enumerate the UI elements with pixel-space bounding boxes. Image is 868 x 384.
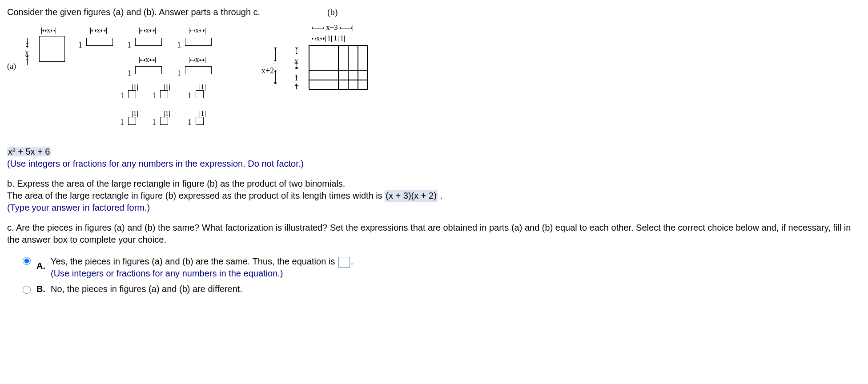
tile-1 bbox=[160, 90, 168, 98]
figure-b-rectangle bbox=[309, 45, 367, 89]
answer-b-value: (x + 3)(x + 2) bbox=[385, 190, 437, 202]
choice-b-radio[interactable] bbox=[23, 286, 31, 294]
figure-a: (a) x x x 1 x 1 x 1 x 1 x 1 1 1 bbox=[7, 21, 256, 136]
tile-1x bbox=[135, 38, 162, 46]
tile-1 bbox=[128, 117, 136, 125]
tile-1x bbox=[185, 38, 212, 46]
dim-label: 1 bbox=[334, 34, 338, 42]
choice-a-radio[interactable] bbox=[23, 257, 31, 265]
dim-label: 1 bbox=[120, 117, 124, 128]
tile-1 bbox=[196, 117, 204, 125]
choice-a-hint: (Use integers or fractions for any numbe… bbox=[51, 268, 353, 280]
choice-a-text: Yes, the pieces in figures (a) and (b) a… bbox=[51, 256, 338, 266]
tile-1 bbox=[196, 90, 204, 98]
tile-1 bbox=[160, 117, 168, 125]
dim-label: 1 bbox=[127, 68, 131, 79]
tile-1x bbox=[135, 66, 162, 74]
dim-label: 1 bbox=[177, 68, 181, 79]
dim-label: x+2 bbox=[261, 65, 274, 76]
dim-label: 1 bbox=[177, 40, 181, 50]
dim-label: 1 bbox=[127, 40, 131, 50]
tile-1x bbox=[86, 38, 113, 46]
choice-a-letter: A. bbox=[36, 256, 46, 272]
figure-b: x+3 x111 x+2 x 1 1 bbox=[274, 21, 390, 110]
tile-x2 bbox=[39, 36, 65, 62]
dim-label: 1 bbox=[340, 34, 344, 42]
dim-label: x+3 bbox=[326, 23, 338, 32]
dim-label: 1 bbox=[78, 40, 82, 50]
dim-label: 1 bbox=[327, 34, 331, 42]
figure-b-label-top: (b) bbox=[327, 6, 338, 18]
dim-label: 1 bbox=[294, 81, 298, 92]
choice-b-text: No, the pieces in figures (a) and (b) ar… bbox=[51, 283, 242, 295]
tile-1x bbox=[185, 66, 212, 74]
dim-label: 1 bbox=[152, 90, 156, 101]
part-b-question: b. Express the area of the large rectang… bbox=[7, 178, 861, 190]
part-c-question: c. Are the pieces in figures (a) and (b)… bbox=[7, 222, 861, 246]
part-b-statement: The area of the large rectangle in figur… bbox=[7, 190, 861, 202]
question-intro: Consider the given figures (a) and (b). … bbox=[7, 6, 309, 18]
figure-a-label: (a) bbox=[7, 61, 16, 72]
dim-label: 1 bbox=[188, 117, 192, 128]
choice-b-letter: B. bbox=[36, 283, 46, 295]
answer-a-value: x² + 5x + 6 bbox=[7, 147, 51, 156]
hint-b: (Type your answer in factored form.) bbox=[7, 202, 861, 214]
dim-label: 1 bbox=[188, 90, 192, 101]
answer-box-c[interactable] bbox=[338, 257, 350, 268]
dim-label: 1 bbox=[152, 117, 156, 128]
dim-label: 1 bbox=[120, 90, 124, 101]
hint-a: (Use integers or fractions for any numbe… bbox=[7, 158, 861, 170]
tile-1 bbox=[128, 90, 136, 98]
